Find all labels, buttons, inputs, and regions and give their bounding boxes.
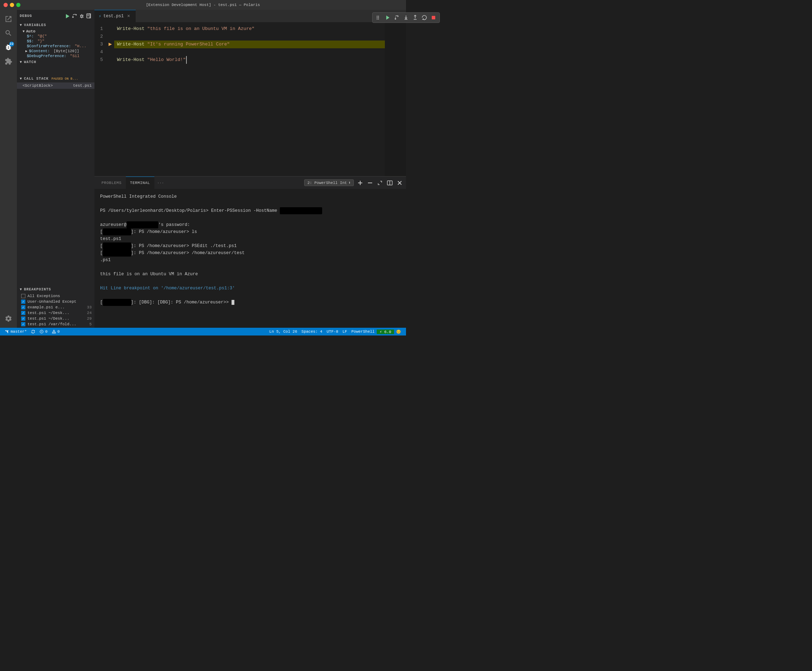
svg-point-3 xyxy=(378,16,379,17)
status-extension[interactable]: ⚡ 6.0 xyxy=(377,329,394,334)
bp-all-exceptions-checkbox[interactable] xyxy=(21,294,26,298)
bp-test-24-line: 24 xyxy=(87,311,92,315)
minimize-button[interactable] xyxy=(10,3,14,7)
bp-test-5: test.ps1 /var/fold... 5 xyxy=(17,322,94,327)
stack-item-scriptblock[interactable]: <ScriptBlock> test.ps1 xyxy=(17,82,94,89)
sidebar-title: DEBUG xyxy=(20,14,32,18)
debug-open-file-btn[interactable] xyxy=(86,14,92,19)
status-spaces[interactable]: Spaces: 4 xyxy=(299,329,324,334)
activity-debug[interactable]: 22 xyxy=(2,41,15,54)
redacted-host3 xyxy=(103,242,131,250)
tab-problems[interactable]: PROBLEMS xyxy=(97,177,126,189)
watch-title: WATCH xyxy=(24,60,36,64)
watch-section-header[interactable]: ▼ WATCH xyxy=(17,59,94,65)
status-extension-label: ⚡ 6.0 xyxy=(380,329,391,334)
editor-content: 1 2 3 4 5 ▶ Write-Host "this file is on … xyxy=(94,22,406,176)
close-panel-btn[interactable] xyxy=(396,179,403,186)
svg-point-1 xyxy=(377,17,378,18)
debug-continue-btn[interactable] xyxy=(65,14,70,19)
bp-example-checkbox[interactable] xyxy=(21,305,26,310)
bp-test-29-line: 29 xyxy=(87,317,92,321)
terminal-line-ps1ext: .ps1 xyxy=(100,257,400,264)
callstack-section-header[interactable]: ▼ CALL STACK PAUSED ON B... xyxy=(17,76,94,82)
debug-arrow-icon: ▶ xyxy=(109,41,112,48)
breakpoints-content: All Exceptions User-Unhandled Except exa… xyxy=(17,293,94,328)
main-content: ⚡ test.ps1 × ··· 1 xyxy=(94,10,406,328)
window-title: [Extension Development Host] - test.ps1 … xyxy=(146,3,260,7)
status-warnings[interactable]: 0 xyxy=(50,328,62,336)
status-encoding[interactable]: UTF-8 xyxy=(325,329,340,334)
continue-button[interactable] xyxy=(384,14,392,22)
redacted-host5 xyxy=(103,299,131,306)
var-item-confirm: $ConfirmPreference: "H... xyxy=(17,44,94,49)
var-group-auto[interactable]: ▼ Auto xyxy=(17,29,94,34)
close-button[interactable] xyxy=(3,3,8,7)
activity-explorer[interactable] xyxy=(2,13,15,26)
bp-test-5-line: 5 xyxy=(89,322,92,326)
var-item-debug: $DebugPreference: "Sil xyxy=(17,54,94,58)
status-errors[interactable]: 0 xyxy=(37,328,50,336)
step-over-button[interactable] xyxy=(393,14,401,22)
drag-handle[interactable] xyxy=(375,14,382,22)
svg-point-4 xyxy=(378,17,379,18)
editor-tab-test-ps1[interactable]: ⚡ test.ps1 × xyxy=(94,10,136,22)
maximize-button[interactable] xyxy=(16,3,20,7)
tab-terminal[interactable]: TERMINAL xyxy=(126,177,154,189)
bp-test-5-label: test.ps1 /var/fold... xyxy=(27,322,87,326)
bp-test-24-checkbox[interactable] xyxy=(21,311,26,315)
callstack-content: <ScriptBlock> test.ps1 xyxy=(17,82,94,90)
window-controls[interactable] xyxy=(3,3,20,7)
bp-test-5-checkbox[interactable] xyxy=(21,322,26,326)
bp-user-unhandled-checkbox[interactable] xyxy=(21,300,26,304)
tab-icon: ⚡ xyxy=(99,14,101,19)
new-terminal-btn[interactable] xyxy=(357,179,364,186)
sidebar: DEBUG ▼ VARIABLES xyxy=(17,10,94,328)
redacted-host4 xyxy=(103,250,131,257)
terminal-content[interactable]: PowerShell Integrated Console PS /Users/… xyxy=(94,189,406,328)
activity-extensions[interactable] xyxy=(2,55,15,68)
terminal-line-password: azureuser@ 's password: xyxy=(100,221,400,228)
line-num-3: 3 xyxy=(94,41,106,48)
status-position-label: Ln 5, Col 26 xyxy=(269,329,297,334)
debug-settings-btn[interactable] xyxy=(79,14,85,19)
terminal-line-blank3 xyxy=(100,264,400,271)
terminal-line-blank5 xyxy=(100,292,400,299)
status-sync[interactable] xyxy=(29,328,37,336)
panel-tabs: PROBLEMS TERMINAL ··· 2: PowerShell Int … xyxy=(94,177,406,189)
breakpoint-link[interactable]: Hit Line breakpoint on '/home/azureuser/… xyxy=(100,286,235,291)
callstack-badge: PAUSED ON B... xyxy=(51,77,78,81)
split-terminal-btn[interactable] xyxy=(386,179,393,186)
svg-point-0 xyxy=(377,16,378,17)
status-eol[interactable]: LF xyxy=(340,329,349,334)
minimap xyxy=(385,22,406,176)
tab-close-button[interactable]: × xyxy=(126,14,131,19)
activity-bar: 22 xyxy=(0,10,17,328)
bp-test-29-checkbox[interactable] xyxy=(21,317,26,321)
terminal-line-blank1 xyxy=(100,200,400,207)
status-language[interactable]: PowerShell xyxy=(349,329,377,334)
sidebar-spacer xyxy=(17,90,94,286)
code-line-5: Write-Host "Hello World!" xyxy=(114,56,385,64)
status-encoding-label: UTF-8 xyxy=(327,329,338,334)
status-branch[interactable]: master* xyxy=(3,328,29,336)
kill-terminal-btn[interactable] xyxy=(366,179,374,186)
panel-more-tabs[interactable]: ··· xyxy=(154,181,167,185)
status-spaces-label: Spaces: 4 xyxy=(301,329,322,334)
panel-actions: 2: PowerShell Int ⬆ xyxy=(304,179,403,186)
step-into-button[interactable] xyxy=(402,14,406,22)
terminal-selector[interactable]: 2: PowerShell Int ⬆ xyxy=(304,179,354,186)
breakpoints-section-header[interactable]: ▼ BREAKPOINTS xyxy=(17,286,94,293)
maximize-panel-btn[interactable] xyxy=(376,179,383,186)
bp-test-24-label: test.ps1 ~/Desk... xyxy=(27,311,85,315)
editor-area: 1 2 3 4 5 ▶ Write-Host "this file is on … xyxy=(94,22,406,176)
svg-point-31 xyxy=(54,333,54,333)
status-position[interactable]: Ln 5, Col 26 xyxy=(267,329,299,334)
debug-step-over-sidebar-btn[interactable] xyxy=(72,14,78,19)
variables-section-header[interactable]: ▼ VARIABLES xyxy=(17,22,94,28)
code-content[interactable]: Write-Host "this file is on an Ubuntu VM… xyxy=(114,22,385,176)
status-smiley[interactable]: 😊 xyxy=(394,329,403,334)
activity-search[interactable] xyxy=(2,27,15,39)
terminal-line-ps1: PS /Users/tylerleonhardt/Desktop/Polaris… xyxy=(100,207,400,214)
var-item-content[interactable]: ▶ $Content: [Byte[120]] xyxy=(17,49,94,54)
activity-settings[interactable] xyxy=(2,312,15,325)
